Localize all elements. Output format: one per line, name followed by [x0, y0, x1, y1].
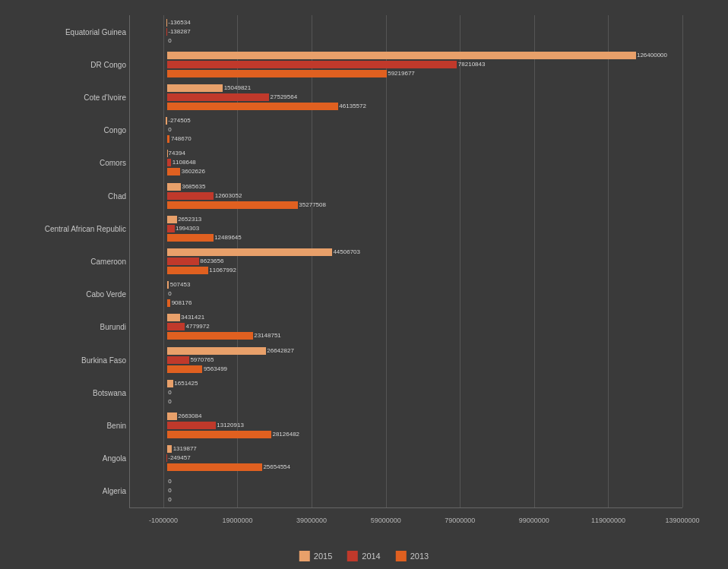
x-tick-label: 79000000 [445, 517, 475, 524]
bar-value-label: 1651425 [174, 380, 198, 387]
bar: 25654554 [130, 463, 682, 471]
bar: 0 [130, 398, 682, 406]
bar: 8623656 [130, 258, 682, 265]
bar: 44506703 [130, 248, 682, 256]
bar: 3431421 [130, 314, 682, 321]
bar-value-label: 25654554 [263, 463, 290, 470]
chart-container: -100000019000000390000005900000079000000… [0, 0, 728, 569]
country-row: Botswana165142500 [130, 376, 682, 409]
bar-value-label: 0 [168, 37, 171, 44]
bar-value-label: 3602626 [182, 168, 205, 175]
country-row: DR Congo1264000007821084359219677 [130, 48, 682, 81]
bar: 126400000 [130, 52, 682, 59]
country-row: Benin26630841312091328126482 [130, 409, 682, 441]
bar: 0 [130, 496, 682, 504]
x-tick-label: 139000000 [665, 517, 699, 524]
bar-value-label: 1994303 [176, 225, 199, 232]
bar-value-label: 2663084 [178, 413, 201, 419]
legend-label: 2013 [410, 552, 429, 561]
country-label: Algeria [103, 487, 126, 495]
country-row: Congo-2745050748670 [130, 114, 682, 147]
bar-value-label: 0 [168, 496, 171, 503]
bar-value-label: 4779972 [186, 323, 210, 330]
country-label: Congo [104, 126, 126, 134]
bar: 27529564 [130, 93, 682, 101]
bar: 28126482 [130, 431, 682, 438]
bar-value-label: 13120913 [217, 422, 244, 428]
legend-color-box [396, 551, 407, 561]
country-row: Equatorial Guinea-136534-1382870 [130, 15, 682, 48]
bar: 0 [130, 478, 682, 485]
bar: 1994303 [130, 225, 682, 232]
bar: 35277508 [130, 201, 682, 209]
country-label: DR Congo [90, 60, 126, 68]
bar-value-label: 3685635 [182, 183, 205, 190]
bar-value-label: 126400000 [637, 52, 667, 58]
bar-value-label: 26642827 [267, 347, 294, 354]
bar: 74394 [130, 150, 682, 157]
bar-value-label: 3431421 [181, 314, 204, 321]
bar: -138287 [130, 28, 682, 36]
bar: 78210843 [130, 61, 682, 68]
country-label: Comors [100, 159, 126, 167]
country-row: Cabo Verde5074530908176 [130, 278, 682, 311]
legend-label: 2014 [362, 552, 380, 561]
bar: 59219677 [130, 70, 682, 77]
bar: 2652313 [130, 216, 682, 223]
x-tick-label: 59000000 [371, 517, 401, 524]
legend-item: 2015 [299, 551, 332, 561]
bar-value-label: 2652313 [178, 216, 201, 223]
bar: 12603052 [130, 192, 682, 200]
bar: 3602626 [130, 168, 682, 175]
country-label: Cameroon [90, 257, 126, 265]
bar-value-label: 28126482 [272, 431, 299, 438]
bar: 0 [130, 290, 682, 298]
bar-value-label: 11067992 [209, 267, 236, 273]
bar: 0 [130, 37, 682, 45]
country-row: Cameroon44506703862365611067992 [130, 245, 682, 277]
bar: 12489645 [130, 234, 682, 242]
bar-value-label: 9563499 [204, 365, 227, 372]
bar-value-label: 5970765 [190, 356, 214, 363]
country-row: Angola1319877-24945725654554 [130, 442, 682, 475]
bar: 11067992 [130, 267, 682, 274]
bar-value-label: 0 [168, 398, 171, 405]
country-label: Burkina Faso [81, 356, 126, 364]
bar: 1319877 [130, 445, 682, 453]
grid-line [682, 15, 683, 507]
bar: -136534 [130, 19, 682, 27]
bar-value-label: 748670 [171, 135, 191, 142]
bar: 26642827 [130, 347, 682, 355]
bar: 507453 [130, 281, 682, 289]
bar-value-label: 12603052 [215, 192, 242, 199]
bar-value-label: 507453 [170, 281, 191, 288]
country-label: Cote d'Ivoire [84, 93, 126, 101]
legend-label: 2015 [314, 552, 332, 561]
x-tick-label: 119000000 [591, 517, 625, 524]
bar: 13120913 [130, 422, 682, 429]
country-label: Equatorial Guinea [65, 27, 126, 36]
bar-value-label: 908176 [172, 299, 192, 306]
country-row: Algeria000 [130, 475, 682, 507]
bar-value-label: 59219677 [388, 70, 415, 77]
legend-color-box [347, 551, 358, 561]
x-tick-label: 19000000 [222, 517, 252, 524]
bar: 5970765 [130, 356, 682, 364]
bar-value-label: 12489645 [214, 234, 242, 241]
country-row: Chad36856351260305235277508 [130, 179, 682, 212]
country-label: Angola [103, 454, 126, 463]
country-row: Cote d'Ivoire150498212752956446135572 [130, 81, 682, 113]
country-row: Burkina Faso2664282759707659563499 [130, 343, 682, 376]
bar-value-label: -274505 [168, 117, 190, 124]
bar: -274505 [130, 117, 682, 125]
bar: 23148751 [130, 332, 682, 340]
legend-item: 2014 [347, 551, 380, 561]
bar-value-label: 35277508 [299, 201, 326, 208]
country-label: Cabo Verde [86, 290, 126, 299]
legend: 201520142013 [299, 551, 429, 561]
country-row: Burundi3431421477997223148751 [130, 311, 682, 343]
bar-value-label: 15049821 [224, 84, 252, 91]
country-row: Central African Republic2652313199430312… [130, 212, 682, 245]
bar: 15049821 [130, 84, 682, 92]
x-tick-label: 39000000 [296, 517, 327, 524]
